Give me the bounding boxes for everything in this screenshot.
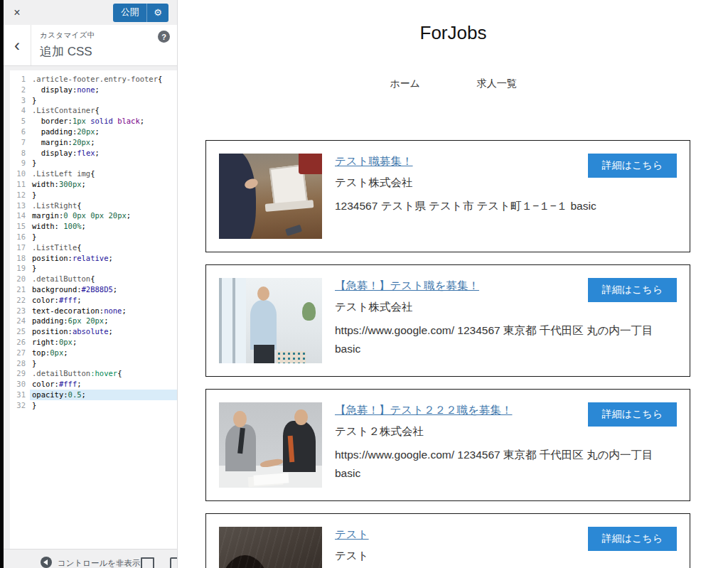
code-line[interactable]: 31opacity:0.5; — [10, 390, 177, 400]
code-line[interactable]: 11width:300px; — [10, 179, 177, 190]
code-line[interactable]: 5 border:1px solid black; — [10, 116, 177, 127]
job-card: 【急募！】テスト職を募集！テスト株式会社https://www.google.c… — [205, 264, 690, 377]
job-photo[interactable] — [219, 402, 322, 488]
nav-link[interactable]: 求人一覧 — [477, 77, 517, 90]
code-text: display:none; — [30, 85, 177, 95]
collapse-arrow-icon[interactable] — [41, 557, 52, 568]
code-line[interactable]: 26right:0px; — [10, 337, 177, 348]
code-line[interactable]: 28} — [10, 358, 177, 369]
tablet-preview-icon[interactable] — [170, 557, 177, 568]
code-line[interactable]: 17.ListTitle{ — [10, 242, 177, 253]
code-text: color:#fff; — [30, 295, 177, 306]
code-text: width:300px; — [30, 179, 177, 190]
detail-button[interactable]: 詳細はこちら — [588, 154, 677, 178]
detail-button[interactable]: 詳細はこちら — [588, 402, 677, 427]
css-editor[interactable]: 1.article-footer.entry-footer{2 display:… — [10, 70, 177, 549]
nav-link[interactable]: ホーム — [390, 77, 420, 90]
line-number: 17 — [10, 242, 30, 253]
line-number: 31 — [10, 390, 30, 400]
code-line[interactable]: 6 padding:20px; — [10, 127, 177, 137]
code-text: } — [30, 158, 177, 168]
code-line[interactable]: 20.detailButton{ — [10, 274, 177, 284]
code-line[interactable]: 2 display:none; — [10, 85, 177, 95]
code-line[interactable]: 24padding:6px 20px; — [10, 316, 177, 326]
job-photo[interactable] — [219, 278, 322, 363]
photo-shape — [221, 555, 269, 568]
photo-shape — [254, 345, 274, 363]
site-title-link[interactable]: ForJobs — [178, 22, 728, 44]
back-button[interactable]: ‹ — [4, 25, 31, 65]
code-line[interactable]: 32} — [10, 400, 177, 411]
job-photo[interactable] — [219, 154, 322, 239]
line-number: 15 — [10, 221, 30, 232]
code-line[interactable]: 15width: 100%; — [10, 221, 177, 232]
line-number: 25 — [10, 326, 30, 337]
code-line[interactable]: 18position:relative; — [10, 253, 177, 264]
code-line[interactable]: 22color:#fff; — [10, 295, 177, 306]
photo-shape — [294, 409, 308, 426]
line-number: 21 — [10, 284, 30, 295]
code-text: background:#2B88D5; — [30, 284, 177, 295]
detail-button[interactable]: 詳細はこちら — [588, 527, 677, 551]
code-text: display:flex; — [30, 148, 177, 159]
line-number: 28 — [10, 358, 30, 369]
code-text: } — [30, 263, 177, 274]
job-company: テスト — [335, 549, 677, 564]
job-company: テスト株式会社 — [335, 176, 677, 191]
code-text: .detailButton:hover{ — [30, 368, 177, 379]
code-line[interactable]: 30color:#fff; — [10, 379, 177, 390]
close-customizer-button[interactable]: × — [4, 0, 31, 25]
job-card-body: 【急募！】テスト２２２職を募集！テスト２株式会社https://www.goog… — [335, 402, 677, 488]
code-line[interactable]: 8 display:flex; — [10, 148, 177, 159]
panel-header-text: カスタマイズ中 追加 CSS — [31, 25, 177, 65]
publish-button[interactable]: 公開 — [113, 6, 146, 18]
code-text: .detailButton{ — [30, 274, 177, 284]
code-text: margin:20px; — [30, 137, 177, 148]
code-line[interactable]: 4.ListContainer{ — [10, 105, 177, 116]
line-number: 18 — [10, 253, 30, 264]
code-line[interactable]: 3} — [10, 95, 177, 106]
line-number: 6 — [10, 127, 30, 137]
desktop-preview-icon[interactable] — [141, 557, 154, 568]
line-number: 2 — [10, 85, 30, 95]
code-line[interactable]: 14margin:0 0px 0px 20px; — [10, 210, 177, 221]
code-text: margin:0 0px 0px 20px; — [30, 210, 177, 221]
line-number: 29 — [10, 368, 30, 379]
line-number: 1 — [10, 74, 30, 85]
device-preview-icons — [141, 557, 177, 568]
job-card-body: 【急募！】テスト職を募集！テスト株式会社https://www.google.c… — [335, 278, 677, 363]
code-line[interactable]: 7 margin:20px; — [10, 137, 177, 148]
help-button[interactable]: ? — [158, 31, 170, 43]
code-line[interactable]: 23text-decoration:none; — [10, 306, 177, 316]
code-line[interactable]: 9} — [10, 158, 177, 168]
job-title-link[interactable]: 【急募！】テスト２２２職を募集！ — [335, 403, 512, 418]
photo-shape — [233, 411, 247, 427]
customizing-status: カスタマイズ中 — [40, 31, 168, 41]
hide-controls-label[interactable]: コントロールを非表示 — [58, 557, 141, 568]
job-title-link[interactable]: テスト — [335, 527, 369, 542]
publish-settings-button[interactable]: ⚙ — [147, 7, 168, 18]
publish-button-group: 公開 ⚙ — [113, 4, 168, 22]
line-number: 27 — [10, 348, 30, 358]
code-line[interactable]: 16} — [10, 232, 177, 242]
code-line[interactable]: 25position:absolute; — [10, 326, 177, 337]
job-info: https://www.google.com/ 1234567 東京都 千代田区… — [335, 446, 665, 482]
job-company: テスト株式会社 — [335, 300, 677, 315]
job-title-link[interactable]: 【急募！】テスト職を募集！ — [335, 279, 479, 294]
line-number: 8 — [10, 148, 30, 159]
code-line[interactable]: 29.detailButton:hover{ — [10, 368, 177, 379]
job-title-link[interactable]: テスト職募集！ — [335, 154, 413, 169]
line-number: 13 — [10, 200, 30, 211]
code-line[interactable]: 21background:#2B88D5; — [10, 284, 177, 295]
code-line[interactable]: 1.article-footer.entry-footer{ — [10, 74, 177, 85]
detail-button[interactable]: 詳細はこちら — [588, 278, 677, 302]
job-card: 【急募！】テスト２２２職を募集！テスト２株式会社https://www.goog… — [205, 389, 690, 501]
code-line[interactable]: 12} — [10, 190, 177, 200]
line-number: 24 — [10, 316, 30, 326]
job-card: テスト職募集！テスト株式会社1234567 テスト県 テスト市 テスト町１−１−… — [205, 140, 690, 252]
job-photo[interactable] — [219, 527, 322, 568]
code-line[interactable]: 13.ListRight{ — [10, 200, 177, 211]
code-line[interactable]: 27top:0px; — [10, 348, 177, 358]
code-line[interactable]: 10.ListLeft img{ — [10, 168, 177, 179]
code-line[interactable]: 19} — [10, 263, 177, 274]
